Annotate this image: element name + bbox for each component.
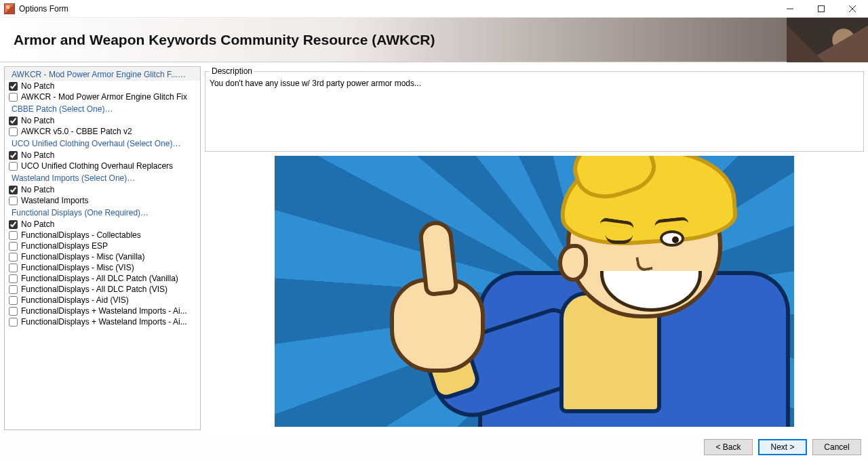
option-checkbox[interactable] [9, 285, 18, 294]
option-label: FunctionalDisplays - Misc (Vanilla) [21, 252, 145, 262]
preview-area [205, 152, 864, 430]
window-controls [774, 0, 868, 18]
option-row[interactable]: UCO Unified Clothing Overhaul Replacers [5, 161, 200, 171]
option-row[interactable]: FunctionalDisplays + Wasteland Imports -… [5, 306, 200, 316]
option-group-header: Functional Displays (One Required) [5, 206, 200, 219]
window-title: Options Form [19, 4, 68, 14]
next-button[interactable]: Next > [758, 439, 807, 455]
option-checkbox[interactable] [9, 274, 18, 283]
option-checkbox[interactable] [9, 117, 18, 125]
option-row[interactable]: FunctionalDisplays - Collectables [5, 230, 200, 241]
option-label: Wasteland Imports [21, 196, 89, 205]
option-row[interactable]: No Patch [5, 81, 200, 91]
option-row[interactable]: FunctionalDisplays + Wasteland Imports -… [5, 316, 200, 327]
close-icon [849, 5, 856, 12]
option-checkbox[interactable] [9, 318, 18, 327]
option-label: FunctionalDisplays - Aid (VIS) [21, 295, 129, 305]
options-panel[interactable]: AWKCR - Mod Power Armor Engine Glitch F.… [4, 66, 201, 430]
option-row[interactable]: No Patch [5, 150, 200, 161]
option-label: UCO Unified Clothing Overhaul Replacers [21, 161, 173, 171]
option-group-header: UCO Unified Clothing Overhaul (Select On… [5, 137, 200, 150]
footer-buttons: < Back Next > Cancel [0, 434, 868, 460]
option-group-header: CBBE Patch (Select One) [5, 102, 200, 115]
right-panel: Description You don't have any issue w/ … [205, 66, 864, 430]
titlebar: Options Form [0, 0, 868, 18]
option-checkbox[interactable] [9, 196, 18, 205]
maximize-button[interactable] [806, 0, 837, 18]
option-row[interactable]: No Patch [5, 184, 200, 195]
option-label: FunctionalDisplays - Misc (VIS) [21, 263, 134, 272]
option-checkbox[interactable] [9, 307, 18, 316]
option-row[interactable]: FunctionalDisplays - All DLC Patch (Vani… [5, 273, 200, 284]
option-label: No Patch [21, 185, 54, 194]
option-row[interactable]: AWKCR v5.0 - CBBE Patch v2 [5, 126, 200, 137]
option-label: FunctionalDisplays ESP [21, 241, 108, 251]
option-checkbox[interactable] [9, 186, 18, 194]
header-banner: Armor and Weapon Keywords Community Reso… [0, 18, 868, 62]
option-row[interactable]: FunctionalDisplays - All DLC Patch (VIS) [5, 284, 200, 295]
header-art-image [787, 18, 868, 62]
description-text: You don't have any issue w/ 3rd party po… [210, 79, 859, 88]
option-checkbox[interactable] [9, 162, 18, 171]
cancel-button[interactable]: Cancel [812, 439, 861, 455]
svg-rect-1 [818, 5, 825, 12]
option-row[interactable]: AWKCR - Mod Power Armor Engine Glitch Fi… [5, 91, 200, 102]
option-label: No Patch [21, 150, 54, 160]
option-label: No Patch [21, 81, 54, 91]
option-row[interactable]: FunctionalDisplays - Misc (VIS) [5, 262, 200, 273]
option-row[interactable]: No Patch [5, 219, 200, 230]
option-checkbox[interactable] [9, 220, 18, 229]
app-icon [4, 3, 15, 14]
option-label: No Patch [21, 116, 54, 125]
description-box: Description You don't have any issue w/ … [205, 66, 864, 152]
preview-image [275, 156, 794, 427]
page-title: Armor and Weapon Keywords Community Reso… [0, 32, 435, 48]
minimize-icon [787, 5, 793, 12]
maximize-icon [818, 5, 825, 12]
description-legend: Description [210, 66, 254, 76]
option-row[interactable]: FunctionalDisplays - Aid (VIS) [5, 295, 200, 306]
minimize-button[interactable] [774, 0, 806, 18]
option-row[interactable]: FunctionalDisplays - Misc (Vanilla) [5, 251, 200, 262]
option-label: AWKCR v5.0 - CBBE Patch v2 [21, 127, 132, 136]
back-button[interactable]: < Back [704, 439, 753, 455]
option-row[interactable]: Wasteland Imports [5, 195, 200, 206]
option-checkbox[interactable] [9, 264, 18, 272]
option-row[interactable]: No Patch [5, 115, 200, 126]
option-row[interactable]: FunctionalDisplays ESP [5, 241, 200, 251]
option-label: FunctionalDisplays - All DLC Patch (Vani… [21, 274, 178, 283]
option-label: FunctionalDisplays - Collectables [21, 230, 141, 240]
option-checkbox[interactable] [9, 93, 18, 102]
option-label: FunctionalDisplays + Wasteland Imports -… [21, 306, 187, 316]
option-label: FunctionalDisplays - All DLC Patch (VIS) [21, 285, 167, 294]
option-label: No Patch [21, 219, 54, 229]
option-label: FunctionalDisplays + Wasteland Imports -… [21, 317, 187, 327]
option-checkbox[interactable] [9, 253, 18, 262]
option-group-header: Wasteland Imports (Select One) [5, 171, 200, 184]
option-checkbox[interactable] [9, 127, 18, 136]
option-checkbox[interactable] [9, 296, 18, 305]
option-checkbox[interactable] [9, 82, 18, 91]
option-group-header: AWKCR - Mod Power Armor Engine Glitch F.… [5, 68, 200, 81]
option-checkbox[interactable] [9, 231, 18, 240]
option-label: AWKCR - Mod Power Armor Engine Glitch Fi… [21, 92, 187, 102]
option-checkbox[interactable] [9, 151, 18, 160]
content-area: AWKCR - Mod Power Armor Engine Glitch F.… [0, 62, 868, 434]
close-button[interactable] [837, 0, 868, 18]
option-checkbox[interactable] [9, 242, 18, 251]
